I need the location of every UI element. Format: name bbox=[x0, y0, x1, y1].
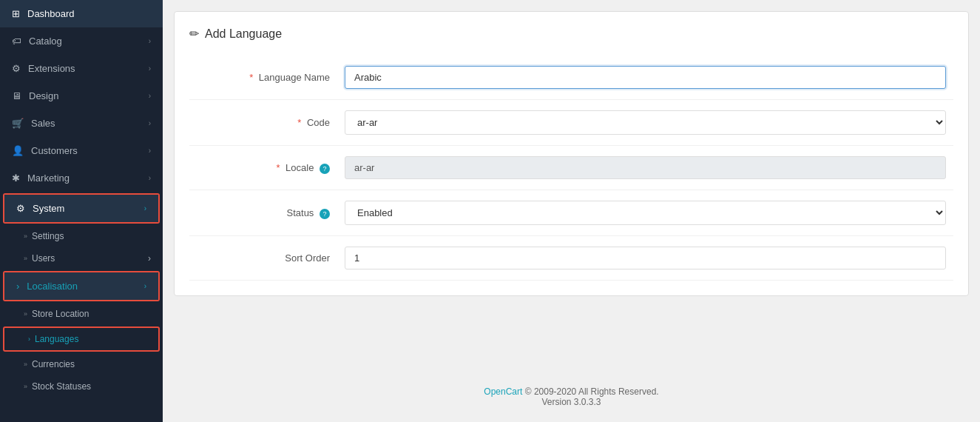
required-marker: * bbox=[297, 117, 301, 128]
sidebar-item-customers[interactable]: 👤 Customers › bbox=[0, 137, 163, 164]
footer: OpenCart © 2009-2020 All Rights Reserved… bbox=[163, 372, 980, 422]
page-title: ✏ Add Language bbox=[189, 27, 953, 41]
sidebar-subitem-languages[interactable]: › Languages bbox=[4, 328, 158, 350]
required-marker: * bbox=[276, 162, 280, 173]
form-group-code: * Code ar-ar bbox=[189, 100, 953, 146]
sidebar-item-marketing[interactable]: ✱ Marketing › bbox=[0, 164, 163, 192]
sidebar-item-dashboard[interactable]: ⊞ Dashboard bbox=[0, 0, 163, 27]
locale-help-icon[interactable]: ? bbox=[320, 164, 330, 174]
sidebar: ⊞ Dashboard 🏷 Catalog › ⚙ Extensions › 🖥… bbox=[0, 0, 163, 422]
page-title-text: Add Language bbox=[205, 27, 282, 41]
sub-arrow-icon: » bbox=[24, 361, 27, 368]
sidebar-subitem-label: Languages bbox=[35, 334, 78, 344]
sidebar-item-label: Catalog bbox=[29, 36, 62, 47]
chevron-right-icon: › bbox=[149, 64, 151, 73]
form-group-locale: * Locale ? bbox=[189, 146, 953, 190]
form-group-language-name: * Language Name bbox=[189, 56, 953, 100]
sub-arrow-icon: » bbox=[24, 255, 27, 262]
sidebar-item-catalog[interactable]: 🏷 Catalog › bbox=[0, 27, 163, 55]
footer-copyright: OpenCart © 2009-2020 All Rights Reserved… bbox=[178, 386, 965, 397]
chevron-right-icon: › bbox=[149, 119, 151, 127]
footer-copyright-text: © 2009-2020 All Rights Reserved. bbox=[525, 386, 659, 397]
language-name-label: * Language Name bbox=[197, 72, 345, 83]
sidebar-item-localisation[interactable]: › Localisation › bbox=[4, 272, 158, 300]
sub-arrow-icon: › bbox=[28, 335, 30, 343]
locale-input[interactable] bbox=[345, 156, 946, 179]
status-label: Status ? bbox=[197, 207, 345, 219]
extensions-icon: ⚙ bbox=[12, 63, 21, 74]
status-select[interactable]: Enabled Disabled bbox=[345, 201, 946, 225]
sidebar-item-system[interactable]: ⚙ System › bbox=[4, 195, 158, 222]
catalog-icon: 🏷 bbox=[12, 36, 21, 47]
sidebar-item-label: Marketing bbox=[27, 173, 70, 184]
sub-arrow-icon: » bbox=[24, 310, 27, 318]
sidebar-item-label: System bbox=[33, 203, 64, 214]
chevron-right-icon: › bbox=[149, 37, 151, 45]
status-help-icon[interactable]: ? bbox=[320, 209, 330, 219]
sidebar-subitem-label: Stock Statuses bbox=[32, 381, 91, 392]
footer-version: Version 3.0.3.3 bbox=[178, 397, 965, 407]
sidebar-subitem-store-location[interactable]: » Store Location bbox=[0, 303, 163, 325]
sidebar-item-label: Sales bbox=[31, 118, 55, 129]
sub-arrow-icon: » bbox=[24, 383, 27, 390]
sort-order-input[interactable] bbox=[345, 247, 946, 269]
language-name-input[interactable] bbox=[345, 66, 946, 89]
chevron-right-icon: › bbox=[149, 147, 151, 155]
code-label: * Code bbox=[197, 117, 345, 128]
customers-icon: 👤 bbox=[12, 145, 24, 156]
chevron-right-icon: › bbox=[144, 282, 146, 290]
chevron-right-icon: › bbox=[149, 92, 151, 100]
form-group-sort-order: Sort Order bbox=[189, 236, 953, 281]
required-marker: * bbox=[249, 72, 253, 83]
main-content: ✏ Add Language * Language Name * Code ar… bbox=[163, 0, 980, 422]
sub-arrow-icon: » bbox=[24, 232, 27, 240]
sidebar-subitem-settings[interactable]: » Settings bbox=[0, 225, 163, 247]
chevron-right-icon: › bbox=[148, 253, 151, 264]
sidebar-item-label: Extensions bbox=[28, 63, 75, 74]
locale-label: * Locale ? bbox=[197, 162, 345, 174]
sidebar-item-extensions[interactable]: ⚙ Extensions › bbox=[0, 55, 163, 82]
sidebar-subitem-label: Store Location bbox=[32, 309, 89, 319]
sales-icon: 🛒 bbox=[12, 118, 24, 129]
sidebar-subitem-label: Users bbox=[32, 253, 55, 264]
form-group-status: Status ? Enabled Disabled bbox=[189, 190, 953, 236]
sidebar-item-label: Design bbox=[29, 90, 58, 101]
chevron-right-icon: › bbox=[144, 204, 146, 212]
sidebar-subitem-users[interactable]: » Users › bbox=[0, 247, 163, 269]
system-icon: ⚙ bbox=[16, 203, 25, 214]
sidebar-item-design[interactable]: 🖥 Design › bbox=[0, 82, 163, 110]
footer-brand-link[interactable]: OpenCart bbox=[484, 386, 522, 397]
localisation-arrow: › bbox=[16, 281, 19, 292]
design-icon: 🖥 bbox=[12, 90, 21, 101]
dashboard-icon: ⊞ bbox=[12, 8, 20, 19]
sidebar-item-label: Dashboard bbox=[27, 8, 75, 19]
form-container: ✏ Add Language * Language Name * Code ar… bbox=[174, 11, 969, 296]
sidebar-subitem-stock-statuses[interactable]: » Stock Statuses bbox=[0, 375, 163, 398]
sidebar-item-label: Localisation bbox=[27, 281, 78, 292]
chevron-right-icon: › bbox=[149, 174, 151, 182]
sidebar-subitem-currencies[interactable]: » Currencies bbox=[0, 353, 163, 375]
sidebar-subitem-label: Settings bbox=[32, 231, 64, 241]
marketing-icon: ✱ bbox=[12, 173, 20, 184]
sidebar-item-label: Customers bbox=[31, 145, 78, 156]
code-select[interactable]: ar-ar bbox=[345, 110, 946, 135]
sidebar-subitem-label: Currencies bbox=[32, 359, 75, 369]
pencil-icon: ✏ bbox=[189, 27, 199, 41]
sort-order-label: Sort Order bbox=[197, 252, 345, 264]
sidebar-item-sales[interactable]: 🛒 Sales › bbox=[0, 110, 163, 137]
